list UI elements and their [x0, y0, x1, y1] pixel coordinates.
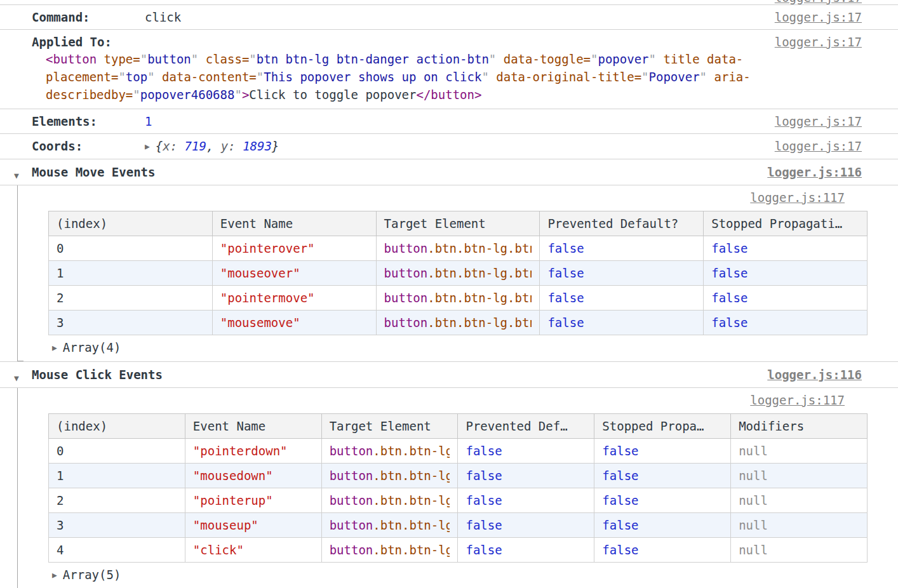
node-classes: .btn.btn-lg.btn-danger.action-btn — [427, 316, 532, 330]
node-tag: button — [330, 518, 373, 532]
array-preview-row[interactable]: ▶Array(4) — [18, 335, 898, 356]
html-line: placement="top" data-content="This popov… — [46, 68, 898, 86]
table-cell: false — [540, 311, 704, 335]
table-cell: 1 — [49, 261, 213, 286]
expand-arrow-icon[interactable]: ▶ — [52, 567, 57, 584]
expand-arrow-icon[interactable]: ▶ — [52, 340, 57, 356]
group-header-mouse-move-events[interactable]: ▼ Mouse Move Events logger.js:116 — [0, 159, 898, 185]
cell-value: false — [711, 316, 747, 330]
command-label: Command: — [32, 9, 145, 25]
column-header[interactable]: Stopped Propa… — [594, 414, 731, 439]
cell-value: 1 — [57, 266, 64, 280]
table-row: 4"click"button.btn.btn-lg.btn-danger.act… — [49, 538, 868, 563]
table-cell: button.btn.btn-lg.btn-danger.action-btn — [376, 236, 540, 261]
cell-value: false — [602, 543, 638, 557]
code-segment: 1893 — [243, 139, 272, 153]
source-link[interactable]: logger.js:17 — [775, 138, 862, 154]
source-link[interactable]: logger.js:17 — [775, 113, 862, 130]
coords-object-preview[interactable]: {x: 719, y: 1893} — [156, 139, 279, 153]
cell-value: false — [547, 241, 584, 255]
code-segment: Click to toggle popover — [249, 88, 416, 102]
code-segment: " — [191, 52, 198, 66]
column-header[interactable]: Event Name — [212, 211, 376, 236]
code-segment: x: — [163, 139, 184, 153]
column-header[interactable]: Target Element — [376, 211, 540, 236]
group-body: logger.js:117 (index)Event NameTarget El… — [17, 185, 898, 361]
code-segment: " — [234, 88, 241, 102]
column-header[interactable]: (index) — [49, 211, 213, 236]
applied-to-label: Applied To: — [32, 34, 145, 50]
column-header[interactable]: (index) — [49, 414, 185, 439]
column-header[interactable]: Prevented Def… — [458, 414, 594, 439]
code-segment: btn btn-lg btn-danger action-btn — [257, 52, 489, 66]
code-segment: , — [206, 139, 221, 153]
console-row-applied-to: Applied To: logger.js:17 <button type="b… — [0, 30, 898, 109]
source-link[interactable]: logger.js:116 — [767, 366, 862, 383]
cell-value: "pointerup" — [193, 493, 273, 507]
node-tag: button — [330, 469, 373, 483]
applied-to-html[interactable]: <button type="button" class="btn btn-lg … — [46, 50, 898, 104]
node-tag: button — [330, 543, 373, 557]
source-link[interactable]: logger.js:17 — [775, 0, 862, 5]
cell-value: "mousedown" — [193, 469, 273, 483]
table-cell: "mouseup" — [185, 513, 321, 538]
table-header-row: (index)Event NameTarget ElementPrevented… — [49, 211, 868, 236]
table-cell: false — [458, 488, 594, 513]
code-segment: data-original-title= — [489, 70, 641, 84]
command-value: click — [145, 10, 181, 24]
node-classes: .btn.btn-lg.btn-danger.action-btn — [427, 241, 532, 255]
column-header[interactable]: Target Element — [321, 414, 458, 439]
code-segment: <button — [46, 52, 97, 66]
table-cell: false — [540, 261, 704, 286]
collapse-arrow-icon[interactable]: ▼ — [14, 370, 19, 387]
applied-to-line: Applied To: logger.js:17 — [32, 34, 898, 50]
code-segment: " — [133, 88, 140, 102]
node-tag: button — [384, 266, 428, 280]
table-cell: null — [731, 538, 868, 563]
code-segment: " — [147, 70, 154, 84]
code-segment: </button> — [416, 88, 481, 102]
table-cell: false — [594, 488, 731, 513]
code-segment: 719 — [185, 139, 206, 153]
table-cell: false — [704, 261, 868, 286]
table-row: 2"pointermove"button.btn.btn-lg.btn-dang… — [49, 286, 868, 311]
table-cell: "mousedown" — [185, 464, 321, 488]
console-row-coords: Coords:▶{x: 719, y: 1893} logger.js:17 — [0, 134, 898, 159]
column-header[interactable]: Modifiers — [731, 414, 868, 439]
source-link[interactable]: logger.js:117 — [750, 392, 845, 408]
source-link[interactable]: logger.js:17 — [775, 34, 862, 50]
table-cell: 0 — [49, 439, 185, 464]
code-segment: " — [249, 52, 256, 66]
table-cell: false — [704, 286, 868, 311]
table-cell: false — [704, 236, 868, 261]
table-cell: "click" — [185, 538, 321, 563]
table-cell: "pointerup" — [185, 488, 321, 513]
table-row: 1"mousedown"button.btn.btn-lg.btn-danger… — [49, 464, 868, 488]
node-tag: button — [384, 241, 428, 255]
cell-value: "pointermove" — [220, 291, 315, 305]
column-header[interactable]: Event Name — [185, 414, 321, 439]
table-cell: button.btn.btn-lg.btn-danger.action-btn — [321, 488, 458, 513]
console-row-partial: logger.js:17 — [0, 0, 898, 5]
array-preview-row[interactable]: ▶Array(5) — [18, 563, 898, 584]
table-cell: false — [594, 464, 731, 488]
code-segment: " — [257, 70, 264, 84]
source-link[interactable]: logger.js:17 — [775, 9, 862, 25]
cell-value: false — [711, 266, 747, 280]
table-cell: "mouseover" — [212, 261, 376, 286]
group-header-mouse-click-events[interactable]: ▼ Mouse Click Events logger.js:116 — [0, 362, 898, 388]
cell-value: 0 — [57, 241, 64, 255]
column-header[interactable]: Stopped Propagati… — [704, 211, 868, 236]
table-cell: false — [458, 538, 594, 563]
cell-value: false — [711, 241, 747, 255]
source-link[interactable]: logger.js:117 — [750, 189, 845, 206]
source-link[interactable]: logger.js:116 — [767, 164, 862, 180]
expand-arrow-icon[interactable]: ▶ — [145, 138, 150, 155]
column-header[interactable]: Prevented Default? — [540, 211, 704, 236]
code-segment: title data- — [656, 52, 743, 66]
table-cell: false — [540, 236, 704, 261]
collapse-arrow-icon[interactable]: ▼ — [14, 168, 19, 184]
code-segment: " — [140, 52, 147, 66]
html-line: <button type="button" class="btn btn-lg … — [46, 50, 898, 68]
array-preview-label: Array(4) — [63, 340, 121, 354]
